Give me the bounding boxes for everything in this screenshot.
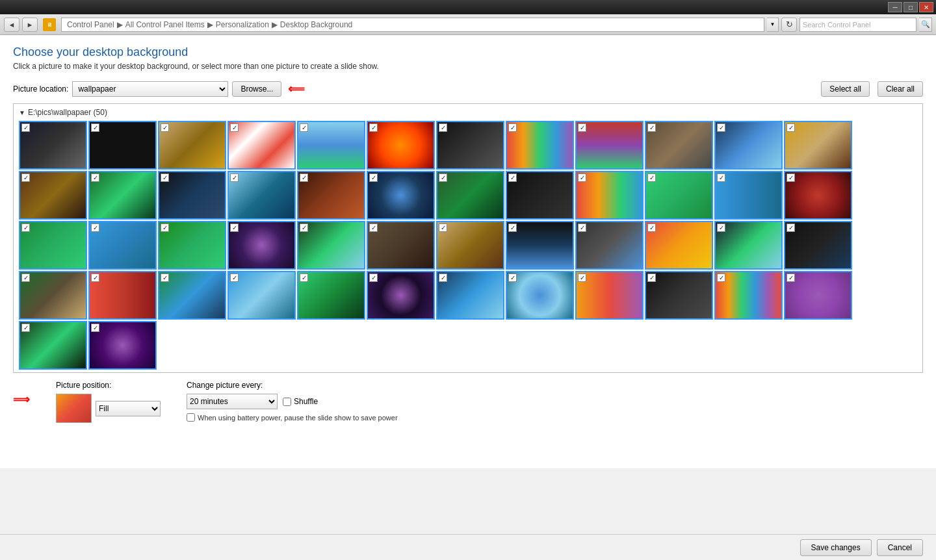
thumbnail-item[interactable]: ✓ (367, 221, 435, 270)
thumbnail-item[interactable]: ✓ (297, 221, 365, 270)
address-path[interactable]: Control Panel ▶ All Control Panel Items … (61, 18, 764, 32)
battery-checkbox[interactable] (187, 413, 195, 422)
thumbnail-checkbox[interactable]: ✓ (717, 123, 725, 132)
thumbnail-checkbox[interactable]: ✓ (21, 123, 30, 132)
thumbnail-checkbox[interactable]: ✓ (91, 324, 99, 332)
thumbnail-checkbox[interactable]: ✓ (230, 173, 239, 182)
thumbnail-item[interactable]: ✓ (436, 271, 504, 320)
thumbnail-checkbox[interactable]: ✓ (508, 173, 517, 182)
thumbnail-checkbox[interactable]: ✓ (439, 274, 447, 282)
thumbnail-item[interactable]: ✓ (88, 321, 157, 370)
thumbnail-checkbox[interactable]: ✓ (369, 274, 378, 282)
thumbnail-checkbox[interactable]: ✓ (786, 274, 795, 282)
thumbnail-item[interactable]: ✓ (714, 171, 783, 220)
thumbnail-item[interactable]: ✓ (506, 271, 574, 320)
thumbnail-item[interactable]: ✓ (784, 121, 852, 170)
thumbnail-item[interactable]: ✓ (645, 121, 713, 170)
thumbnail-checkbox[interactable]: ✓ (369, 223, 378, 232)
thumbnail-item[interactable]: ✓ (19, 121, 87, 170)
thumbnail-checkbox[interactable]: ✓ (578, 274, 586, 282)
thumbnail-checkbox[interactable]: ✓ (300, 274, 308, 282)
thumbnail-item[interactable]: ✓ (784, 171, 852, 220)
thumbnail-checkbox[interactable]: ✓ (21, 223, 30, 232)
thumbnail-checkbox[interactable]: ✓ (647, 123, 656, 132)
thumbnail-checkbox[interactable]: ✓ (300, 173, 308, 182)
thumbnail-item[interactable]: ✓ (297, 171, 365, 220)
thumbnail-item[interactable]: ✓ (506, 221, 574, 270)
change-interval-select[interactable]: 20 minutes 1 minute 5 minutes 10 minutes… (187, 394, 278, 409)
save-button[interactable]: Save changes (800, 539, 872, 556)
minimize-button[interactable]: ─ (888, 2, 902, 12)
thumbnail-checkbox[interactable]: ✓ (508, 223, 517, 232)
shuffle-checkbox[interactable] (283, 398, 291, 406)
thumbnail-checkbox[interactable]: ✓ (21, 274, 30, 282)
thumbnail-item[interactable]: ✓ (158, 121, 226, 170)
thumbnail-checkbox[interactable]: ✓ (508, 123, 517, 132)
thumbnail-checkbox[interactable]: ✓ (786, 123, 795, 132)
thumbnail-item[interactable]: ✓ (367, 171, 435, 220)
thumbnail-item[interactable]: ✓ (506, 171, 574, 220)
thumbnail-checkbox[interactable]: ✓ (578, 223, 586, 232)
thumbnail-item[interactable]: ✓ (228, 171, 296, 220)
back-button[interactable]: ◄ (4, 18, 20, 32)
thumbnail-checkbox[interactable]: ✓ (230, 274, 239, 282)
thumbnail-item[interactable]: ✓ (19, 171, 87, 220)
thumbnail-item[interactable]: ✓ (645, 221, 713, 270)
thumbnail-item[interactable]: ✓ (436, 171, 504, 220)
thumbnail-checkbox[interactable]: ✓ (717, 223, 725, 232)
position-select[interactable]: Fill Fit Stretch Tile Center (96, 401, 161, 416)
thumbnail-checkbox[interactable]: ✓ (578, 123, 586, 132)
thumbnail-checkbox[interactable]: ✓ (717, 173, 725, 182)
thumbnail-item[interactable]: ✓ (19, 321, 87, 370)
thumbnail-checkbox[interactable]: ✓ (21, 173, 30, 182)
thumbnail-item[interactable]: ✓ (506, 121, 574, 170)
thumbnail-checkbox[interactable]: ✓ (647, 223, 656, 232)
select-all-button[interactable]: Select all (821, 81, 870, 97)
thumbnail-item[interactable]: ✓ (367, 121, 435, 170)
thumbnail-item[interactable]: ✓ (228, 121, 296, 170)
thumbnail-item[interactable]: ✓ (158, 221, 226, 270)
address-dropdown[interactable]: ▼ (767, 18, 779, 32)
thumbnail-item[interactable]: ✓ (88, 121, 157, 170)
thumbnail-item[interactable]: ✓ (645, 171, 713, 220)
thumbnail-item[interactable]: ✓ (228, 271, 296, 320)
forward-button[interactable]: ► (22, 18, 38, 32)
thumbnail-checkbox[interactable]: ✓ (300, 223, 308, 232)
thumbnail-checkbox[interactable]: ✓ (786, 173, 795, 182)
thumbnail-checkbox[interactable]: ✓ (230, 123, 239, 132)
thumbnail-checkbox[interactable]: ✓ (91, 223, 99, 232)
thumbnail-item[interactable]: ✓ (158, 171, 226, 220)
thumbnail-item[interactable]: ✓ (436, 221, 504, 270)
thumbnail-checkbox[interactable]: ✓ (508, 274, 517, 282)
thumbnail-checkbox[interactable]: ✓ (91, 123, 99, 132)
thumbnail-checkbox[interactable]: ✓ (91, 173, 99, 182)
close-button[interactable]: ✕ (919, 2, 933, 12)
thumbnail-item[interactable]: ✓ (575, 171, 644, 220)
thumbnail-checkbox[interactable]: ✓ (369, 123, 378, 132)
thumbnail-item[interactable]: ✓ (88, 171, 157, 220)
thumbnail-checkbox[interactable]: ✓ (91, 274, 99, 282)
cancel-button[interactable]: Cancel (877, 539, 923, 556)
thumbnail-checkbox[interactable]: ✓ (230, 223, 239, 232)
thumbnail-checkbox[interactable]: ✓ (300, 123, 308, 132)
thumbnail-checkbox[interactable]: ✓ (578, 173, 586, 182)
thumbnail-checkbox[interactable]: ✓ (786, 223, 795, 232)
thumbnail-item[interactable]: ✓ (575, 271, 644, 320)
thumbnail-item[interactable]: ✓ (575, 221, 644, 270)
thumbnail-item[interactable]: ✓ (575, 121, 644, 170)
thumbnail-item[interactable]: ✓ (784, 271, 852, 320)
thumbnail-item[interactable]: ✓ (714, 271, 783, 320)
thumbnail-item[interactable]: ✓ (19, 271, 87, 320)
thumbnail-item[interactable]: ✓ (88, 221, 157, 270)
thumbnail-item[interactable]: ✓ (297, 121, 365, 170)
thumbnail-item[interactable]: ✓ (158, 271, 226, 320)
thumbnail-checkbox[interactable]: ✓ (439, 123, 447, 132)
thumbnail-checkbox[interactable]: ✓ (161, 274, 169, 282)
maximize-button[interactable]: □ (904, 2, 918, 12)
thumbnail-item[interactable]: ✓ (367, 271, 435, 320)
thumbnail-checkbox[interactable]: ✓ (647, 274, 656, 282)
thumbnail-checkbox[interactable]: ✓ (717, 274, 725, 282)
thumbnail-checkbox[interactable]: ✓ (439, 173, 447, 182)
location-select[interactable]: wallpapaer (72, 81, 228, 97)
thumbnail-checkbox[interactable]: ✓ (161, 173, 169, 182)
